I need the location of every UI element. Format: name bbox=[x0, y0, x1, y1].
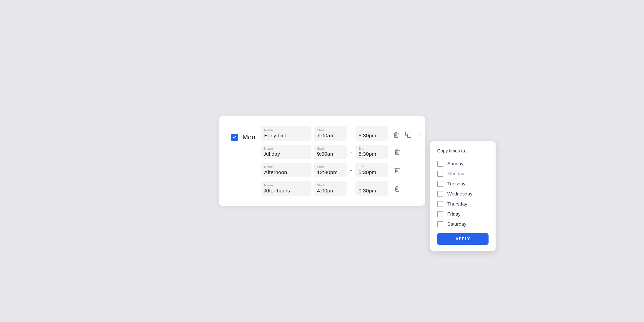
start-value-3: 4:00pm bbox=[317, 188, 344, 194]
name-field-3[interactable]: Name After hours bbox=[261, 181, 311, 196]
start-label-0: Start bbox=[317, 128, 344, 132]
tuesday-label: Tuesday bbox=[447, 181, 465, 187]
start-label-1: Start bbox=[317, 147, 344, 150]
day-left: Mon bbox=[231, 126, 256, 141]
saturday-label: Saturday bbox=[447, 221, 466, 227]
end-label-0: End bbox=[358, 128, 385, 132]
copy-button[interactable] bbox=[403, 129, 414, 140]
apply-button[interactable]: APPLY bbox=[437, 233, 489, 245]
end-field-1[interactable]: End 5:30pm bbox=[355, 145, 388, 159]
end-value-3: 9:30pm bbox=[358, 188, 385, 194]
svg-rect-0 bbox=[408, 134, 411, 137]
separator-0: - bbox=[349, 130, 353, 137]
friday-label: Friday bbox=[447, 211, 461, 217]
end-value-2: 5:30pm bbox=[358, 169, 385, 175]
monday-label: Monday bbox=[447, 171, 464, 177]
friday-checkbox[interactable] bbox=[437, 211, 443, 217]
thursday-checkbox[interactable] bbox=[437, 201, 443, 207]
end-label-1: End bbox=[358, 147, 385, 150]
end-value-1: 5:30pm bbox=[358, 151, 385, 157]
thursday-label: Thursday bbox=[447, 201, 467, 207]
delete-button-1[interactable] bbox=[392, 146, 403, 157]
time-entry: Name Early bird Start 7:00am - End 5:30p… bbox=[261, 126, 425, 141]
name-value-1: All day bbox=[264, 151, 308, 157]
name-value-3: After hours bbox=[264, 188, 308, 194]
end-field-0[interactable]: End 5:30pm bbox=[355, 126, 388, 141]
main-card: Mon Name Early bird Start 7:00am - bbox=[219, 116, 425, 206]
name-label-1: Name bbox=[264, 147, 308, 150]
end-label-2: End bbox=[358, 165, 385, 169]
separator-1: - bbox=[349, 149, 353, 155]
name-label-3: Name bbox=[264, 183, 308, 187]
day-row: Mon Name Early bird Start 7:00am - bbox=[231, 126, 413, 196]
sunday-label: Sunday bbox=[447, 161, 463, 167]
day-option-tuesday[interactable]: Tuesday bbox=[437, 179, 489, 189]
copy-title: Copy times to... bbox=[437, 148, 489, 154]
start-label-2: Start bbox=[317, 165, 344, 169]
day-checkbox[interactable] bbox=[231, 134, 238, 141]
wednesday-label: Wednesday bbox=[447, 191, 472, 197]
name-label-0: Name bbox=[264, 128, 308, 132]
start-value-0: 7:00am bbox=[317, 133, 344, 139]
monday-checkbox bbox=[437, 171, 443, 177]
name-label-2: Name bbox=[264, 165, 308, 169]
start-label-3: Start bbox=[317, 183, 344, 187]
copy-dropdown: Copy times to... Sunday Monday Tuesday W… bbox=[430, 141, 496, 251]
day-option-thursday[interactable]: Thursday bbox=[437, 199, 489, 209]
name-field-1[interactable]: Name All day bbox=[261, 145, 311, 159]
action-buttons: + bbox=[391, 127, 425, 140]
delete-button-0[interactable] bbox=[391, 129, 402, 140]
add-entry-button[interactable]: + bbox=[415, 130, 425, 140]
start-value-1: 9:00am bbox=[317, 151, 344, 157]
separator-2: - bbox=[349, 167, 353, 174]
end-field-2[interactable]: End 5:30pm bbox=[355, 163, 388, 177]
sunday-checkbox[interactable] bbox=[437, 161, 443, 167]
time-entry: Name Afternoon Start 12:30pm - End 5:30p… bbox=[261, 163, 425, 177]
start-field-1[interactable]: Start 9:00am bbox=[314, 145, 347, 159]
time-entries: Name Early bird Start 7:00am - End 5:30p… bbox=[261, 126, 425, 196]
day-label: Mon bbox=[243, 133, 255, 141]
day-option-monday: Monday bbox=[437, 169, 489, 179]
day-option-sunday[interactable]: Sunday bbox=[437, 159, 489, 169]
day-option-saturday[interactable]: Saturday bbox=[437, 219, 489, 229]
wednesday-checkbox[interactable] bbox=[437, 191, 443, 197]
end-label-3: End bbox=[358, 183, 385, 187]
saturday-checkbox[interactable] bbox=[437, 221, 443, 227]
start-field-3[interactable]: Start 4:00pm bbox=[314, 181, 347, 196]
end-value-0: 5:30pm bbox=[358, 133, 385, 139]
name-field-0[interactable]: Name Early bird bbox=[261, 126, 311, 141]
day-option-friday[interactable]: Friday bbox=[437, 209, 489, 219]
end-field-3[interactable]: End 9:30pm bbox=[355, 181, 388, 196]
start-field-2[interactable]: Start 12:30pm bbox=[314, 163, 347, 177]
name-field-2[interactable]: Name Afternoon bbox=[261, 163, 311, 177]
delete-button-3[interactable] bbox=[392, 183, 403, 194]
delete-button-2[interactable] bbox=[392, 165, 403, 176]
name-value-0: Early bird bbox=[264, 133, 308, 139]
start-value-2: 12:30pm bbox=[317, 169, 344, 175]
time-entry: Name All day Start 9:00am - End 5:30pm bbox=[261, 145, 425, 159]
start-field-0[interactable]: Start 7:00am bbox=[314, 126, 347, 141]
day-option-wednesday[interactable]: Wednesday bbox=[437, 189, 489, 199]
time-entry: Name After hours Start 4:00pm - End 9:30… bbox=[261, 181, 425, 196]
tuesday-checkbox[interactable] bbox=[437, 181, 443, 187]
name-value-2: Afternoon bbox=[264, 169, 308, 175]
separator-3: - bbox=[349, 185, 353, 192]
